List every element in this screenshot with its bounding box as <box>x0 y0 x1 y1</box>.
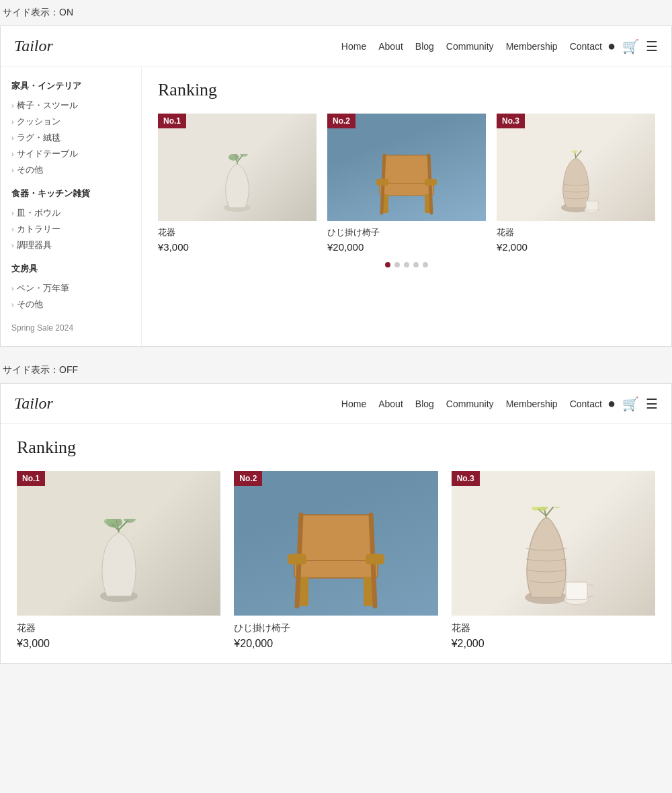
product-price-3-off: ¥2,000 <box>452 638 655 650</box>
svg-point-15 <box>571 151 578 153</box>
svg-rect-12 <box>425 179 437 185</box>
dot-5-on[interactable] <box>423 262 428 267</box>
product-price-1-off: ¥3,000 <box>17 638 220 650</box>
panel-side-on: Tailor Home About Blog Community Members… <box>0 26 672 347</box>
vase2-svg <box>552 151 599 214</box>
sidebar-item-chairs-on[interactable]: ›椅子・スツール <box>11 97 130 114</box>
svg-rect-19 <box>586 201 598 210</box>
product-card-1-off[interactable]: No.1 花器 ¥3,000 <box>17 471 220 650</box>
product-img-3-on: No.3 <box>497 114 655 221</box>
products-row-off: No.1 花器 ¥3,000 <box>17 471 655 650</box>
nav-side-on: Home About Blog Community Membership Con… <box>341 41 602 52</box>
header-side-on: Tailor Home About Blog Community Members… <box>1 26 671 67</box>
nav-membership-off[interactable]: Membership <box>506 399 558 409</box>
product-price-2-off: ¥20,000 <box>234 638 437 650</box>
svg-rect-11 <box>376 179 388 185</box>
svg-rect-33 <box>288 554 306 565</box>
sidebar-item-rug-on[interactable]: ›ラグ・絨毯 <box>11 130 130 146</box>
nav-community-on[interactable]: Community <box>446 41 494 52</box>
product-card-3-on[interactable]: No.3 花器 ¥2,000 <box>497 114 655 253</box>
panel-side-off: Tailor Home About Blog Community Members… <box>0 383 672 664</box>
sidebar-item-cookware-on[interactable]: ›調理器具 <box>11 237 130 253</box>
product-img-1-on: No.1 <box>158 114 317 221</box>
rank-badge-1-on: No.1 <box>158 114 186 128</box>
cat-title-furniture-on: 家具・インテリア <box>11 80 130 92</box>
nav-about-on[interactable]: About <box>378 41 403 52</box>
nav-about-off[interactable]: About <box>378 399 403 409</box>
svg-rect-28 <box>294 560 378 578</box>
nav-blog-on[interactable]: Blog <box>415 41 434 52</box>
product-card-2-off[interactable]: No.2 ひじ掛け椅子 ¥20,000 <box>234 471 437 650</box>
chair-svg <box>370 149 444 216</box>
logo-side-off[interactable]: Tailor <box>14 394 53 413</box>
product-price-2-on: ¥20,000 <box>327 241 486 253</box>
product-name-2-off: ひじ掛け椅子 <box>234 622 437 634</box>
svg-point-4 <box>240 154 248 157</box>
cat-title-stationery-on: 文房具 <box>11 263 130 275</box>
svg-rect-6 <box>380 183 433 196</box>
nav-contact-off[interactable]: Contact <box>570 399 602 409</box>
cart-icon-on[interactable]: 🛒 <box>622 38 639 54</box>
product-name-1-off: 花器 <box>17 622 220 634</box>
product-name-3-off: 花器 <box>452 622 655 634</box>
menu-icon-off[interactable]: ☰ <box>646 396 658 412</box>
content-area-on: 家具・インテリア ›椅子・スツール ›クッション ›ラグ・絨毯 ›サイドテーブル… <box>1 67 671 346</box>
svg-point-2 <box>228 154 239 161</box>
product-name-1-on: 花器 <box>158 226 317 239</box>
product-img-2-on: No.2 <box>327 114 486 221</box>
ranking-title-on: Ranking <box>158 80 655 100</box>
sidebar-item-side-table-on[interactable]: ›サイドテーブル <box>11 146 130 162</box>
svg-line-38 <box>546 507 556 515</box>
section1-label: サイド表示：ON <box>0 0 672 26</box>
product-card-2-on[interactable]: No.2 ひじ掛け椅子 ¥20,000 <box>327 114 486 253</box>
sidebar-item-pens-on[interactable]: ›ペン・万年筆 <box>11 280 130 296</box>
vase2-large-svg <box>513 507 593 608</box>
svg-point-41 <box>532 507 540 511</box>
section2-label: サイド表示：OFF <box>0 358 672 383</box>
chair-large-svg <box>282 508 390 609</box>
account-icon-on[interactable]: ● <box>607 38 616 54</box>
cat-title-kitchen-on: 食器・キッチン雑貨 <box>11 187 130 200</box>
nav-home-off[interactable]: Home <box>341 399 366 409</box>
rank-badge-3-on: No.3 <box>497 114 525 128</box>
sidebar-sticker-on: Spring Sale 2024 <box>11 323 130 333</box>
nav-side-off: Home About Blog Community Membership Con… <box>341 399 602 409</box>
main-on: Ranking <box>142 67 671 346</box>
sidebar-item-cutlery-on[interactable]: ›カトラリー <box>11 221 130 237</box>
svg-rect-27 <box>299 515 373 562</box>
nav-blog-off[interactable]: Blog <box>415 399 434 409</box>
menu-icon-on[interactable]: ☰ <box>646 38 658 54</box>
dot-3-on[interactable] <box>404 262 409 267</box>
products-row-on: No.1 花器 ¥3,000 <box>158 114 655 253</box>
nav-icons-off: ● 🛒 ☰ <box>607 396 658 412</box>
dot-4-on[interactable] <box>413 262 419 267</box>
sidebar-item-other1-on[interactable]: ›その他 <box>11 162 130 178</box>
main-off: Ranking <box>1 424 671 663</box>
nav-membership-on[interactable]: Membership <box>506 41 558 52</box>
svg-rect-30 <box>364 577 372 606</box>
sidebar-item-other2-on[interactable]: ›その他 <box>11 296 130 312</box>
rank-badge-1-off: No.1 <box>17 471 45 486</box>
nav-community-off[interactable]: Community <box>446 399 494 409</box>
sidebar-on: 家具・インテリア ›椅子・スツール ›クッション ›ラグ・絨毯 ›サイドテーブル… <box>1 67 142 346</box>
product-img-3-off: No.3 <box>452 471 655 616</box>
svg-rect-34 <box>366 554 384 565</box>
product-img-1-off: No.1 <box>17 471 220 616</box>
svg-rect-29 <box>300 577 308 606</box>
logo-side-on[interactable]: Tailor <box>14 37 53 55</box>
dot-1-on[interactable] <box>385 262 390 267</box>
nav-contact-on[interactable]: Contact <box>570 41 602 52</box>
vase1-svg <box>217 154 257 214</box>
product-price-1-on: ¥3,000 <box>158 241 317 253</box>
nav-icons-on: ● 🛒 ☰ <box>607 38 658 54</box>
header-side-off: Tailor Home About Blog Community Members… <box>1 384 671 424</box>
product-card-1-on[interactable]: No.1 花器 ¥3,000 <box>158 114 317 253</box>
cart-icon-off[interactable]: 🛒 <box>622 396 639 412</box>
account-icon-off[interactable]: ● <box>607 396 616 411</box>
dot-2-on[interactable] <box>394 262 400 267</box>
product-card-3-off[interactable]: No.3 花器 ¥2,000 <box>452 471 655 650</box>
rank-badge-3-off: No.3 <box>452 471 480 486</box>
sidebar-item-bowls-on[interactable]: ›皿・ボウル <box>11 205 130 221</box>
nav-home-on[interactable]: Home <box>341 41 366 52</box>
sidebar-item-cushion-on[interactable]: ›クッション <box>11 114 130 130</box>
